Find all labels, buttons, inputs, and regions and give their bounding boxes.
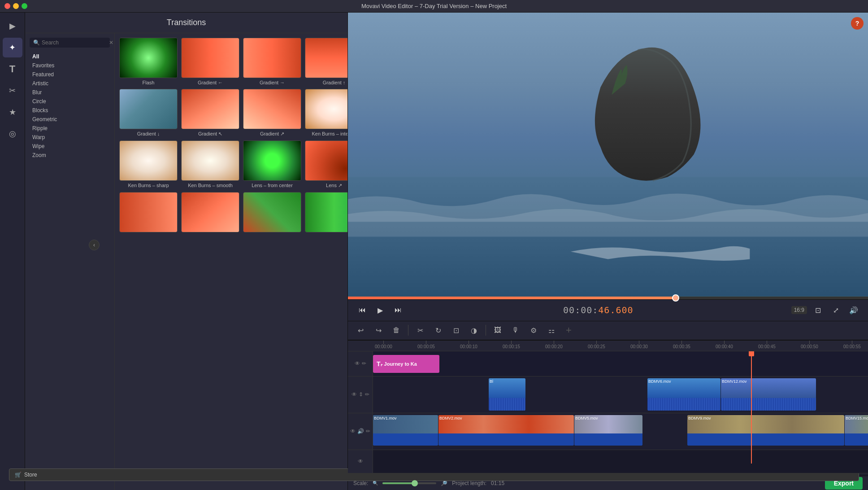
category-blur[interactable]: Blur [30,88,110,97]
scale-slider[interactable] [382,482,436,484]
transition-bottom2-thumb [181,192,239,232]
skip-end-button[interactable]: ⏭ [391,303,405,317]
transition-bottom4-thumb [305,192,347,232]
titlebar: Movavi Video Editor – 7-Day Trial Versio… [0,0,868,13]
main-clip-bdmv9[interactable]: BDMV9.mov [687,415,844,446]
transition-gradient-left[interactable]: Gradient ← [181,38,239,85]
transition-lens-from-center[interactable]: Lens – from center [243,140,301,188]
track-visibility-icon[interactable]: 👁 [355,360,360,367]
main-clip-bdmv1[interactable]: BDMV1.mov [373,415,438,446]
sidebar-item-titles[interactable]: T [3,59,22,79]
fullscreen-button[interactable]: ⊡ [811,303,825,317]
expand-button[interactable]: ⤢ [829,303,843,317]
track-edit-icon-2[interactable]: ✏ [365,391,369,398]
minimize-button[interactable] [13,3,19,9]
cut-button[interactable]: ✂ [412,322,428,338]
upper-clip-bdmv6[interactable]: BDMV6.mov [647,378,720,411]
ruler-tick-3: 00:00:15 [503,341,520,351]
ruler-tick-0: 00:00:00 [375,341,392,351]
transition-bottom3-thumb [243,192,301,232]
track-audio-icon[interactable]: 🔊 [357,428,364,434]
color-button[interactable]: ◑ [466,322,482,338]
transition-ken-burns-intense[interactable]: Ken Burns – intense [305,89,347,137]
transition-gradient-nw[interactable]: Gradient ↖ [181,89,239,137]
transition-bottom2[interactable] [181,192,239,234]
image-button[interactable]: 🖼 [490,322,506,338]
category-ripple[interactable]: Ripple [30,124,110,133]
clear-search-icon[interactable]: ✕ [109,39,113,46]
transition-lens-diag[interactable]: Lens ↗ [305,140,347,188]
sidebar-item-filters[interactable]: ◎ [3,124,22,144]
main-video-track-controls: 👁 🔊 ✏ [348,413,373,450]
transition-bottom1[interactable] [119,192,178,234]
rotate-button[interactable]: ↻ [430,322,446,338]
scale-slider-fill [382,482,415,484]
ruler-tick-4: 00:00:20 [545,341,563,351]
category-favorites[interactable]: Favorites [30,61,110,70]
traffic-lights [4,3,27,9]
track-visibility-icon-2[interactable]: 👁 [352,391,357,398]
track-edit-icon[interactable]: ✏ [362,360,366,367]
collapse-panel-button[interactable]: ‹ [89,240,100,250]
transition-gradient-up[interactable]: Gradient ↑ [305,38,347,85]
volume-button[interactable]: 🔊 [846,303,861,317]
transition-flash[interactable]: Flash [119,38,178,85]
main-clip-bdmv2[interactable]: BDMV2.mov [438,415,574,446]
transition-gradient-up-thumb [305,38,347,78]
main-clip-bdmv5[interactable]: BDMV5.mov [574,415,642,446]
title-track-body: Tᵣ Journey to Ka [373,351,868,376]
ruler-tick-8: 00:00:40 [716,341,733,351]
sidebar-item-media[interactable]: ▶ [3,16,22,36]
track-audio-visibility[interactable]: 👁 [358,458,363,464]
help-button[interactable]: ? [851,17,864,30]
upper-clip-bl[interactable]: Bl [489,378,525,411]
scale-slider-thumb [412,480,418,486]
category-all[interactable]: All [30,52,110,61]
video-content [348,13,868,297]
transition-lens-diag-thumb [305,140,347,181]
preview-scene [348,13,868,297]
transition-gradient-ne[interactable]: Gradient ↗ [243,89,301,137]
gear-button[interactable]: ⚙ [525,322,542,338]
transition-gradient-down[interactable]: Gradient ↓ [119,89,178,137]
audio-eq-button[interactable]: ⚏ [543,322,560,338]
category-artistic[interactable]: Artistic [30,79,110,88]
play-button[interactable]: ▶ [373,303,387,317]
ruler-tick-6: 00:00:30 [630,341,648,351]
preview-progress-bar[interactable] [348,297,868,299]
undo-button[interactable]: ↩ [352,322,369,338]
redo-button[interactable]: ↪ [370,322,386,338]
skip-start-button[interactable]: ⏮ [355,303,369,317]
track-lock-icon[interactable]: ⇕ [359,391,363,398]
category-circle[interactable]: Circle [30,97,110,106]
sidebar-item-stickers[interactable]: ★ [3,102,22,122]
crop-button[interactable]: ⊡ [448,322,464,338]
transition-ken-burns-sharp[interactable]: Ken Burns – sharp [119,140,178,188]
search-input[interactable] [42,39,109,46]
transition-bottom3[interactable] [243,192,301,234]
sidebar-item-transitions[interactable]: ✦ [3,38,22,57]
category-warp[interactable]: Warp [30,133,110,142]
main-video-track-row: 👁 🔊 ✏ BDMV1.mov [348,413,868,450]
track-visibility-icon-3[interactable]: 👁 [350,428,356,434]
upper-clip-bdmv12[interactable]: BDMV12.mov [721,378,816,411]
transition-bottom4[interactable] [305,192,347,234]
category-featured[interactable]: Featured [30,70,110,79]
maximize-button[interactable] [22,3,27,9]
category-blocks[interactable]: Blocks [30,106,110,115]
microphone-button[interactable]: 🎙 [508,322,524,338]
close-button[interactable] [4,3,10,9]
category-geometric[interactable]: Geometric [30,115,110,124]
track-edit-icon-3[interactable]: ✏ [366,428,370,434]
sidebar-item-edit[interactable]: ✂ [3,81,22,101]
delete-button[interactable]: 🗑 [388,322,404,338]
main-clip-bdmv15[interactable]: BDMV15.mov [845,415,868,446]
add-track-button[interactable]: + [566,324,572,336]
category-wipe[interactable]: Wipe [30,142,110,151]
timeline-ruler: 00:00:00 00:00:05 00:00:10 00:00:15 00:0… [348,341,868,351]
transition-gradient-right[interactable]: Gradient → [243,38,301,85]
transition-ken-burns-smooth[interactable]: Ken Burns – smooth [181,140,239,188]
category-zoom[interactable]: Zoom [30,151,110,160]
search-bar[interactable]: 🔍 ✕ [30,38,110,48]
title-clip[interactable]: Tᵣ Journey to Ka [373,355,439,373]
